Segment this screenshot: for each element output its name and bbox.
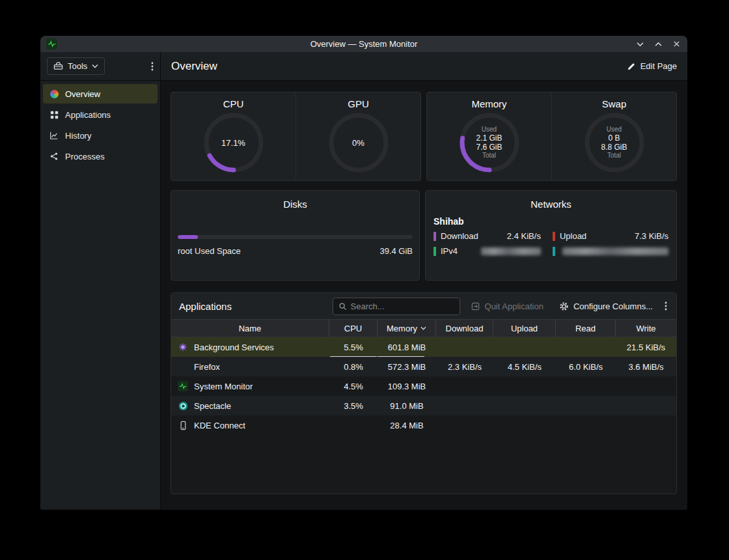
page-title: Overview	[171, 60, 217, 73]
table-header: Name CPU Memory Download Upload Read Wri…	[171, 319, 676, 337]
sidebar-overflow-menu-button[interactable]	[151, 62, 154, 71]
cell-name: Background Services	[171, 337, 329, 357]
processes-nodes-icon	[49, 151, 59, 161]
minimize-button[interactable]	[635, 39, 645, 49]
ipv6-color-swatch	[553, 247, 555, 256]
cell-cpu: 4.5%	[329, 376, 378, 396]
cell-memory: 109.3 MiB	[378, 376, 436, 396]
sort-chevron-down-icon	[420, 326, 426, 331]
cell-read	[556, 415, 616, 435]
total-label: Total	[482, 152, 496, 160]
titlebar[interactable]: Overview — System Monitor	[40, 36, 687, 52]
sidebar-item-label: History	[65, 131, 91, 141]
download-color-swatch	[433, 232, 436, 241]
sidebar-item-label: Applications	[65, 110, 111, 120]
upload-color-swatch	[553, 232, 555, 241]
overview-icon	[49, 89, 59, 99]
cell-memory: 601.8 MiB	[378, 337, 436, 357]
disk-label: root Used Space	[178, 246, 241, 256]
history-chart-icon	[49, 130, 59, 141]
cell-upload	[493, 376, 556, 396]
quit-application-button[interactable]: Quit Application	[471, 301, 543, 311]
cell-name: System Monitor	[171, 376, 329, 396]
memory-total-value: 7.6 GiB	[476, 143, 502, 152]
search-input[interactable]	[351, 301, 454, 311]
sidebar-item-label: Overview	[65, 89, 100, 99]
networks-title: Networks	[433, 199, 668, 210]
column-header-name[interactable]: Name	[171, 320, 329, 337]
disk-usage-fill	[178, 235, 198, 239]
configure-columns-button[interactable]: Configure Columns...	[559, 301, 653, 311]
table-row-spectacle[interactable]: Spectacle 3.5% 91.0 MiB	[171, 396, 676, 415]
window-title: Overview — System Monitor	[40, 39, 687, 49]
edit-page-label: Edit Page	[640, 61, 677, 71]
cell-name: Spectacle	[171, 396, 329, 415]
table-overflow-menu-button[interactable]	[665, 301, 667, 311]
search-box[interactable]	[333, 298, 460, 315]
upload-rate-value: 7.3 KiB/s	[635, 231, 668, 241]
network-interface-name: Shihab	[433, 216, 668, 227]
tools-menu-button[interactable]: Tools	[47, 57, 105, 75]
cell-read: 6.0 KiB/s	[556, 357, 616, 376]
maximize-button[interactable]	[653, 39, 663, 49]
column-header-read[interactable]: Read	[556, 320, 616, 337]
search-icon	[338, 302, 347, 311]
disks-title: Disks	[178, 199, 413, 210]
table-row-firefox[interactable]: Firefox 0.8% 572.3 MiB 2.3 KiB/s 4.5 KiB…	[171, 357, 676, 376]
edit-page-button[interactable]: Edit Page	[627, 61, 677, 71]
table-row-kde-connect[interactable]: KDE Connect 28.4 MiB	[171, 415, 676, 435]
sidebar: Overview Applications History Processes	[40, 81, 161, 509]
sidebar-item-history[interactable]: History	[43, 126, 158, 145]
swap-total-value: 8.8 GiB	[601, 143, 627, 152]
cell-upload: 4.5 KiB/s	[493, 357, 556, 376]
disk-usage-bar	[178, 235, 413, 239]
disk-used-value: 39.4 GiB	[379, 246, 413, 256]
column-header-write[interactable]: Write	[616, 320, 676, 337]
cell-write: 21.5 KiB/s	[616, 337, 676, 357]
cell-write	[616, 415, 676, 435]
column-header-upload[interactable]: Upload	[493, 320, 556, 337]
cell-download: 2.3 KiB/s	[436, 357, 493, 376]
table-row-background-services[interactable]: Background Services 5.5% 601.8 MiB 21.5 …	[171, 337, 676, 357]
redacted-ipv6-address	[562, 247, 668, 255]
cell-upload	[493, 396, 556, 415]
cell-cpu: 3.5%	[329, 396, 378, 415]
sidebar-item-applications[interactable]: Applications	[43, 105, 158, 124]
tools-label: Tools	[68, 61, 87, 71]
gauge-title: Memory	[471, 98, 506, 109]
sidebar-item-overview[interactable]: Overview	[43, 84, 158, 104]
header-strip: Tools Overview Edit Page	[40, 52, 687, 81]
gpu-usage-value: 0%	[352, 139, 364, 147]
page-header: Overview Edit Page	[161, 52, 687, 80]
cell-cpu	[329, 415, 378, 435]
cell-upload	[493, 337, 556, 357]
gpu-gauge: GPU 0%	[296, 92, 420, 180]
cell-write: 3.6 MiB/s	[616, 357, 676, 376]
gauge-title: Swap	[602, 98, 627, 109]
cell-cpu: 0.8%	[329, 357, 378, 376]
used-label: Used	[482, 126, 497, 133]
cell-read	[556, 337, 616, 357]
configure-columns-label: Configure Columns...	[573, 301, 653, 311]
column-header-cpu[interactable]: CPU	[329, 320, 378, 337]
cell-read	[556, 376, 616, 396]
ipv4-color-swatch	[433, 247, 436, 256]
cell-read	[556, 396, 616, 415]
memory-used-value: 2.1 GiB	[476, 133, 502, 143]
legend-item-ipv6	[553, 246, 668, 256]
sidebar-item-label: Processes	[65, 152, 105, 161]
cell-write	[616, 376, 676, 396]
cell-cpu: 5.5%	[329, 337, 378, 357]
column-header-download[interactable]: Download	[436, 320, 493, 337]
table-row-system-monitor[interactable]: System Monitor 4.5% 109.3 MiB	[171, 376, 676, 396]
gauge-title: CPU	[223, 98, 244, 109]
cell-download	[436, 415, 493, 435]
cpu-usage-value: 17.1%	[221, 139, 245, 147]
quit-application-icon	[471, 301, 480, 311]
sidebar-item-processes[interactable]: Processes	[43, 147, 158, 166]
system-monitor-window: Overview — System Monitor Tools Overview…	[40, 36, 687, 510]
column-header-memory[interactable]: Memory	[378, 320, 436, 337]
close-button[interactable]	[671, 39, 681, 49]
cell-name: Firefox	[171, 357, 329, 376]
cell-download	[436, 376, 493, 396]
